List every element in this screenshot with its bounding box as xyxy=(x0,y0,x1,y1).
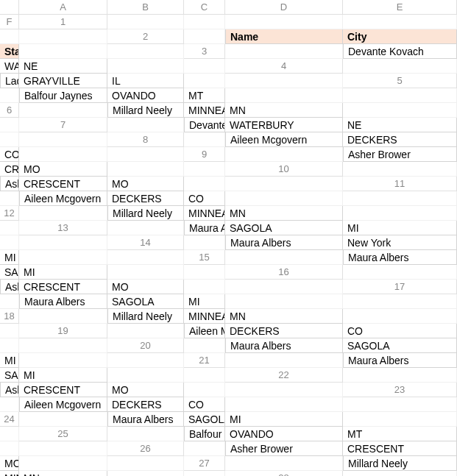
row-header-20[interactable]: 20 xyxy=(107,338,184,353)
cell-E1[interactable] xyxy=(0,29,19,44)
cell-B1[interactable] xyxy=(184,15,225,29)
cell-city-row17[interactable]: SAGOLA xyxy=(107,294,184,309)
cell-state-row6[interactable]: MN xyxy=(225,103,343,118)
cell-state-row22[interactable]: MO xyxy=(107,383,184,397)
row-header-14[interactable]: 14 xyxy=(107,235,184,250)
row-header-2[interactable]: 2 xyxy=(107,29,184,44)
table-header-name[interactable]: Name xyxy=(225,29,343,44)
row-header-26[interactable]: 26 xyxy=(107,441,184,456)
cell-F19[interactable] xyxy=(19,338,107,353)
row-header-6[interactable]: 6 xyxy=(0,103,19,118)
cell-F27[interactable] xyxy=(184,471,225,476)
cell-state-row3[interactable]: NE xyxy=(19,59,107,74)
cell-A14[interactable] xyxy=(184,235,225,250)
cell-state-row12[interactable]: MN xyxy=(225,206,343,221)
cell-A23[interactable] xyxy=(0,397,19,412)
cell-E14[interactable] xyxy=(19,250,107,265)
cell-A12[interactable] xyxy=(19,206,107,221)
cell-name-row8[interactable]: Aileen Mcgovern xyxy=(225,132,343,147)
cell-E8[interactable] xyxy=(19,147,107,162)
row-header-11[interactable]: 11 xyxy=(343,177,457,191)
cell-E23[interactable] xyxy=(225,397,343,412)
cell-A9[interactable] xyxy=(225,147,343,162)
cell-F21[interactable] xyxy=(184,368,225,383)
cell-state-row11[interactable]: CO xyxy=(184,191,225,206)
cell-name-row17[interactable]: Maura Albers xyxy=(19,294,107,309)
cell-F9[interactable] xyxy=(184,162,225,177)
cell-state-row14[interactable]: MI xyxy=(0,250,19,265)
spreadsheet-grid[interactable]: ABCDEF12NameCityState3Devante KovachWATE… xyxy=(0,0,457,476)
cell-state-row15[interactable]: MI xyxy=(19,265,107,280)
cell-C1[interactable] xyxy=(225,15,343,29)
col-header-e[interactable]: E xyxy=(343,0,457,15)
cell-F12[interactable] xyxy=(0,221,19,235)
cell-name-row24[interactable]: Maura Albers xyxy=(107,412,184,427)
cell-name-row16[interactable]: Asher Brower xyxy=(0,280,19,294)
cell-D1[interactable] xyxy=(343,15,457,29)
cell-A3[interactable] xyxy=(225,44,343,59)
cell-state-row13[interactable]: MI xyxy=(343,221,457,235)
cell-E9[interactable] xyxy=(107,162,184,177)
col-header-f[interactable]: F xyxy=(0,15,19,29)
cell-A16[interactable] xyxy=(343,265,457,280)
cell-name-row7[interactable]: Devante Kovach xyxy=(184,118,225,132)
row-header-22[interactable]: 22 xyxy=(225,368,343,383)
cell-state-row24[interactable]: MI xyxy=(225,412,343,427)
cell-city-row4[interactable]: GRAYVILLE xyxy=(19,74,107,88)
cell-city-row18[interactable]: MINNEAPOLIS xyxy=(184,309,225,324)
cell-state-row19[interactable]: CO xyxy=(343,324,457,338)
cell-A22[interactable] xyxy=(343,368,457,383)
cell-city-row21[interactable]: SAGOLA xyxy=(0,368,19,383)
cell-E4[interactable] xyxy=(184,74,225,88)
row-header-25[interactable]: 25 xyxy=(19,427,107,441)
cell-E3[interactable] xyxy=(107,59,184,74)
cell-city-row20[interactable]: SAGOLA xyxy=(343,338,457,353)
row-header-18[interactable]: 18 xyxy=(0,309,19,324)
cell-city-row3[interactable]: WATERBURY xyxy=(0,59,19,74)
cell-state-row7[interactable]: NE xyxy=(343,118,457,132)
cell-E27[interactable] xyxy=(107,471,184,476)
cell-name-row19[interactable]: Aileen Mcgovern xyxy=(184,324,225,338)
cell-name-row11[interactable]: Aileen Mcgovern xyxy=(19,191,107,206)
cell-A4[interactable] xyxy=(343,59,457,74)
cell-name-row15[interactable]: Maura Albers xyxy=(343,250,457,265)
cell-F20[interactable] xyxy=(107,353,184,368)
cell-A13[interactable] xyxy=(107,221,184,235)
cell-E11[interactable] xyxy=(225,191,343,206)
cell-A21[interactable] xyxy=(225,353,343,368)
cell-A10[interactable] xyxy=(343,162,457,177)
cell-F5[interactable] xyxy=(343,88,457,103)
cell-F23[interactable] xyxy=(343,397,457,412)
cell-state-row26[interactable]: MO xyxy=(0,456,19,471)
row-header-23[interactable]: 23 xyxy=(343,383,457,397)
row-header-13[interactable]: 13 xyxy=(19,221,107,235)
cell-name-row22[interactable]: Asher Brower xyxy=(0,383,19,397)
cell-E26[interactable] xyxy=(19,456,107,471)
cell-city-row14[interactable]: New York xyxy=(343,235,457,250)
cell-city-row24[interactable]: SAGOLA xyxy=(184,412,225,427)
cell-name-row5[interactable]: Balfour Jaynes xyxy=(19,88,107,103)
cell-A26[interactable] xyxy=(184,441,225,456)
cell-E5[interactable] xyxy=(225,88,343,103)
cell-F10[interactable] xyxy=(225,177,343,191)
row-header-17[interactable]: 17 xyxy=(343,280,457,294)
cell-A20[interactable] xyxy=(184,338,225,353)
cell-name-row6[interactable]: Millard Neely xyxy=(107,103,184,118)
col-header-d[interactable]: D xyxy=(225,0,343,15)
cell-F11[interactable] xyxy=(343,191,457,206)
cell-E19[interactable] xyxy=(0,338,19,353)
cell-A8[interactable] xyxy=(184,132,225,147)
cell-city-row27[interactable]: MINNEAPOLIS xyxy=(0,471,19,476)
col-header-b[interactable]: B xyxy=(107,0,184,15)
cell-state-row8[interactable]: CO xyxy=(0,147,19,162)
cell-F14[interactable] xyxy=(107,250,184,265)
cell-name-row13[interactable]: Maura Albers xyxy=(184,221,225,235)
cell-F4[interactable] xyxy=(225,74,343,88)
cell-E10[interactable] xyxy=(184,177,225,191)
row-header-9[interactable]: 9 xyxy=(184,147,225,162)
cell-state-row20[interactable]: MI xyxy=(0,353,19,368)
cell-city-row12[interactable]: MINNEAPOLIS xyxy=(184,206,225,221)
cell-A5[interactable] xyxy=(0,88,19,103)
cell-F18[interactable] xyxy=(0,324,19,338)
cell-F1[interactable] xyxy=(19,29,107,44)
